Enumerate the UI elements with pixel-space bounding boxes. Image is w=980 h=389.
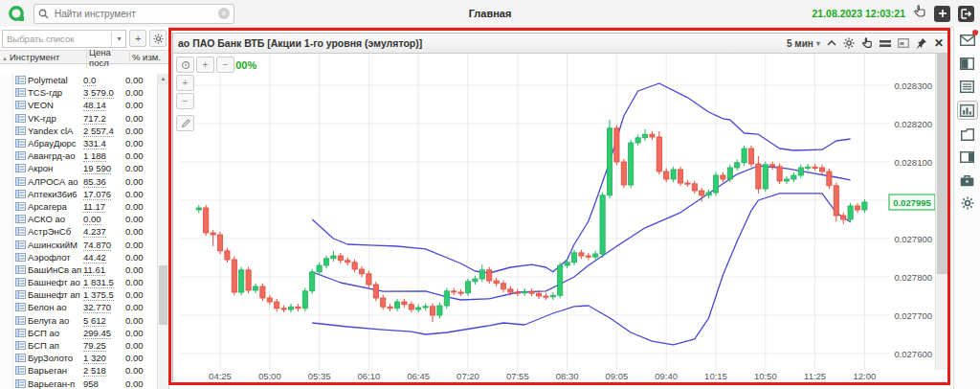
search-input[interactable] [53, 8, 218, 20]
bars-icon[interactable] [880, 39, 891, 48]
watchlist-row[interactable]: Yandex clA 2 557.4 0.00 [0, 125, 158, 137]
watchlist-row[interactable]: Варьеган 2 518 0.00 [0, 364, 158, 377]
clear-search-icon[interactable]: × [218, 8, 230, 19]
split-icon[interactable] [958, 149, 977, 166]
watchlist-row[interactable]: АСКО ао 0.00 0.00 [0, 213, 158, 225]
scrollbar-thumb[interactable] [159, 265, 167, 325]
watchlist-row[interactable]: Аптеки36и6 17.076 0.00 [0, 188, 158, 200]
add-window-icon[interactable] [934, 6, 950, 22]
last-price[interactable]: 331.4 [83, 138, 125, 149]
chart-window: ао ПАО Банк ВТБ [Акции 1-го уровня (эмул… [172, 33, 949, 381]
watchlist-row[interactable]: БСП ап 79.25 0.00 [0, 339, 158, 352]
plus-icon[interactable]: + [176, 75, 194, 91]
last-price[interactable]: 1 320 [83, 353, 125, 363]
watchlist-row[interactable]: Акрон 19 590 0.00 [0, 162, 158, 174]
mail-icon[interactable] [958, 32, 977, 49]
watchlist-row[interactable]: Башнефт ао 1 831.5 0.00 [0, 276, 158, 288]
last-price[interactable]: 2 518 [83, 365, 125, 376]
document-icon[interactable] [958, 126, 977, 143]
chart-scrollbar[interactable] [935, 54, 948, 370]
briefcase-icon[interactable] [958, 172, 977, 189]
last-price[interactable]: 79.25 [83, 340, 125, 351]
chart-area[interactable]: 0.0283000.0282000.0281000.0280000.027900… [173, 54, 948, 381]
last-price[interactable]: 32.770 [83, 302, 125, 312]
column-header-instrument[interactable]: ▲Инструмент [0, 52, 86, 62]
zoom-in-icon[interactable]: + [196, 57, 214, 73]
last-price[interactable]: 11.17 [83, 201, 125, 212]
last-price[interactable]: 299.45 [83, 328, 125, 338]
watchlist-scrollbar[interactable]: ▲ [157, 74, 168, 389]
pin-icon[interactable] [916, 37, 927, 49]
watchlist-row[interactable]: TCS-гдр 3 579.0 0.00 [0, 86, 158, 99]
quik-logo[interactable] [7, 4, 26, 23]
last-price[interactable]: 3 579.0 [83, 87, 125, 98]
last-price[interactable]: 1 375.5 [83, 289, 125, 300]
hand-icon[interactable] [913, 5, 926, 23]
candlestick-chart[interactable]: 0.0283000.0282000.0281000.0280000.027900… [173, 54, 936, 381]
instrument-icon [13, 202, 28, 211]
candle-body [288, 307, 293, 309]
last-price[interactable]: 48.14 [83, 100, 125, 110]
instrument-search[interactable]: × [33, 4, 234, 24]
last-price[interactable]: 17.076 [83, 189, 125, 199]
chart-window-titlebar[interactable]: ао ПАО Банк ВТБ [Акции 1-го уровня (эмул… [173, 34, 948, 54]
list-settings-button[interactable] [149, 30, 167, 47]
watchlist-row[interactable]: БашИнСв ап 11.61 0.00 [0, 263, 158, 276]
last-price[interactable]: 0.0 [83, 75, 125, 85]
panel-icon[interactable] [958, 55, 977, 72]
last-price[interactable]: 85.36 [83, 176, 125, 187]
last-price[interactable]: 2 557.4 [83, 126, 125, 136]
hand-icon[interactable] [861, 37, 873, 50]
last-price[interactable]: 717.2 [83, 113, 125, 124]
pencil-icon[interactable] [176, 115, 194, 131]
watchlist-row[interactable]: АшинскийМ 74.870 0.00 [0, 238, 158, 250]
watchlist-row[interactable]: АстрЭнСб 4.237 0.00 [0, 225, 158, 238]
candle-body [862, 202, 867, 210]
minus-icon[interactable]: − [176, 93, 194, 109]
last-price[interactable]: 11.61 [83, 264, 125, 275]
last-price[interactable]: 958 [83, 378, 125, 389]
column-header-change[interactable]: % изм. [129, 52, 163, 62]
target-icon[interactable] [176, 57, 194, 73]
last-price[interactable]: 1 831.5 [83, 277, 125, 287]
zoom-out-icon[interactable]: − [216, 57, 234, 73]
watchlist-row[interactable]: АбрауДюрс 331.4 0.00 [0, 137, 158, 149]
watchlist-row[interactable]: Белуга ао 5 612 0.00 [0, 314, 158, 327]
scroll-up-icon[interactable]: ▲ [158, 74, 168, 84]
last-price[interactable]: 4.237 [83, 226, 125, 237]
watchlist-row[interactable]: Белон ао 32.770 0.00 [0, 301, 158, 313]
collapse-icon[interactable] [827, 39, 836, 47]
last-price[interactable]: 5 612 [83, 315, 125, 326]
list-select[interactable]: Выбрать список ▾ [2, 30, 126, 48]
watchlist-row[interactable]: Авангрд-ао 1 188 0.00 [0, 149, 158, 162]
watchlist-row[interactable]: Аэрофлот 44.42 0.00 [0, 251, 158, 263]
instrument-name: АбрауДюрс [28, 138, 83, 149]
last-price[interactable]: 1 188 [83, 150, 125, 161]
watchlist-row[interactable]: Арсагера 11.17 0.00 [0, 200, 158, 213]
add-list-button[interactable]: + [129, 30, 146, 47]
interval-dropdown[interactable]: 5 мин▾ [787, 38, 820, 49]
close-icon[interactable]: ✕ [934, 36, 944, 50]
list-icon[interactable] [958, 78, 977, 95]
candle-body [813, 167, 817, 168]
watchlist-row[interactable]: Polymetal 0.0 0.00 [0, 74, 158, 86]
watchlist-row[interactable]: БСП ао 299.45 0.00 [0, 327, 158, 339]
column-header-price[interactable]: Цена посл [86, 47, 129, 68]
chevron-down-icon[interactable]: ▾ [111, 32, 125, 46]
watchlist-row[interactable]: VK-гдр 717.2 0.00 [0, 112, 158, 125]
gear-icon[interactable] [958, 194, 977, 212]
watchlist-row[interactable]: БурЗолото 1 320 0.00 [0, 352, 158, 364]
watchlist-row[interactable]: VEON 48.14 0.00 [0, 99, 158, 111]
gear-icon[interactable] [843, 37, 855, 49]
watchlist-row[interactable]: АЛРОСА ао 85.36 0.00 [0, 175, 158, 188]
bar-chart-icon[interactable] [957, 101, 978, 120]
last-price[interactable]: 0.00 [83, 214, 125, 224]
last-price[interactable]: 44.42 [83, 252, 125, 263]
chart-scrollbar-thumb[interactable] [937, 54, 947, 274]
watchlist-row[interactable]: Башнефт ап 1 375.5 0.00 [0, 288, 158, 301]
last-price[interactable]: 19 590 [83, 163, 125, 173]
watchlist-row[interactable]: Варьеган-п 958 0.00 [0, 378, 158, 389]
exit-icon[interactable] [958, 6, 974, 22]
last-price[interactable]: 74.870 [83, 240, 125, 250]
frame-icon[interactable] [898, 38, 909, 48]
